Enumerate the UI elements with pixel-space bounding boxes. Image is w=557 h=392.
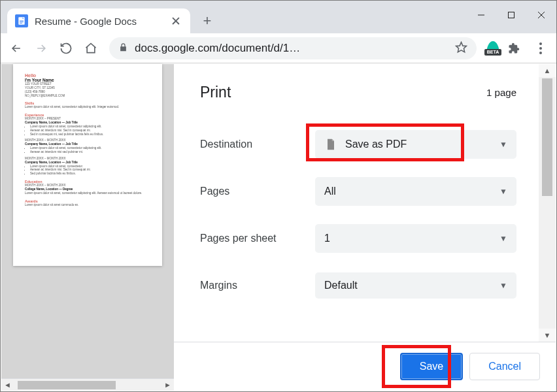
print-preview-pane: Hello I'm Your Name 123 YOUR STREET YOUR… [1,64,174,391]
new-tab-button[interactable]: + [198,12,216,30]
svg-rect-1 [20,20,24,21]
margins-value: Default [324,280,499,291]
url-text: docs.google.com/document/d/1… [135,42,448,55]
scroll-down-icon[interactable]: ▼ [539,329,556,342]
preview-page: Hello I'm Your Name 123 YOUR STREET YOUR… [13,64,162,266]
bookmark-star-icon[interactable] [455,41,467,56]
beta-badge: BETA [484,49,501,56]
window-controls [466,5,556,25]
svg-rect-3 [20,23,22,24]
pages-label: Pages [200,186,315,197]
forward-button [29,37,53,60]
tab-title: Resume - Google Docs [35,16,165,27]
svg-marker-8 [456,42,467,52]
tab-strip: Resume - Google Docs ✕ + [1,1,466,33]
cancel-button[interactable]: Cancel [469,353,540,380]
browser-toolbar: docs.google.com/document/d/1… BETA [1,33,556,63]
resume-hello: Hello [25,73,150,78]
chevron-down-icon: ▼ [499,234,507,243]
svg-rect-5 [509,12,515,18]
destination-select[interactable]: Save as PDF ▼ [315,130,516,159]
home-button[interactable] [79,37,103,60]
pages-select[interactable]: All ▼ [315,177,516,206]
destination-row: Destination Save as PDF ▼ [200,130,516,159]
pdf-page-icon [324,138,337,151]
scroll-thumb[interactable] [18,381,116,389]
pages-per-sheet-label: Pages per sheet [200,233,315,244]
back-button[interactable] [5,37,28,60]
extension-beta-icon[interactable]: BETA [483,39,503,58]
margins-row: Margins Default ▼ [200,271,516,300]
address-bar[interactable]: docs.google.com/document/d/1… [109,37,477,59]
print-header: Print 1 page [200,84,516,101]
print-dialog: Hello I'm Your Name 123 YOUR STREET YOUR… [1,64,556,391]
chevron-down-icon: ▼ [499,187,507,196]
pages-per-sheet-value: 1 [324,233,499,244]
save-button[interactable]: Save [400,353,463,380]
margins-select[interactable]: Default ▼ [315,272,516,299]
scroll-right-icon[interactable]: ► [161,379,174,391]
preview-horizontal-scrollbar[interactable]: ◄ ► [1,378,174,391]
browser-menu-button[interactable] [529,37,552,60]
docs-favicon-icon [15,14,28,27]
chevron-down-icon: ▼ [499,281,507,290]
lock-icon [118,42,128,54]
print-title: Print [200,84,231,101]
window-maximize-button[interactable] [496,5,526,25]
print-footer: Save Cancel [174,342,556,391]
window-minimize-button[interactable] [466,5,496,25]
page-count: 1 page [486,87,516,98]
destination-value: Save as PDF [345,139,499,150]
print-settings-scroll: Print 1 page Destination Save as PDF ▼ P… [174,64,539,342]
reload-button[interactable] [54,37,78,60]
browser-titlebar: Resume - Google Docs ✕ + [1,1,556,33]
scroll-up-icon[interactable]: ▲ [539,64,556,77]
resume-name: I'm Your Name [25,78,150,82]
browser-tab[interactable]: Resume - Google Docs ✕ [7,8,190,33]
print-settings-pane: Print 1 page Destination Save as PDF ▼ P… [174,64,556,391]
settings-vertical-scrollbar[interactable]: ▲ ▼ [539,64,556,342]
pages-per-sheet-select[interactable]: 1 ▼ [315,224,516,253]
pages-value: All [324,186,499,197]
svg-rect-2 [20,22,24,22]
chevron-down-icon: ▼ [499,140,507,149]
pages-row: Pages All ▼ [200,177,516,206]
margins-label: Margins [200,280,315,291]
scroll-track[interactable] [539,77,556,329]
pages-per-sheet-row: Pages per sheet 1 ▼ [200,224,516,253]
menu-dots-icon [539,42,542,54]
window-close-button[interactable] [526,5,556,25]
extensions-button[interactable] [504,39,524,58]
scroll-thumb[interactable] [542,78,552,196]
scroll-left-icon[interactable]: ◄ [1,379,14,391]
scroll-track[interactable] [14,379,161,391]
tab-close-icon[interactable]: ✕ [171,14,181,29]
destination-label: Destination [200,139,315,150]
